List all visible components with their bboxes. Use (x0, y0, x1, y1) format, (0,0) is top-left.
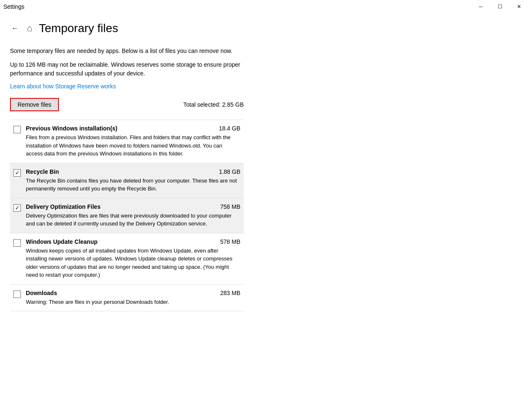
title-bar-title: Settings (3, 3, 25, 10)
page-title: Temporary files (39, 22, 118, 35)
file-item-3: Windows Update Cleanup578 MBWindows keep… (10, 233, 244, 284)
file-item-2: Delivery Optimization Files758 MBDeliver… (10, 198, 244, 233)
file-item-header-2: Delivery Optimization Files758 MB (26, 203, 240, 210)
file-item-header-4: Downloads283 MB (26, 290, 240, 296)
file-item-1: Recycle Bin1.88 GBThe Recycle Bin contai… (10, 163, 244, 198)
file-item-header-1: Recycle Bin1.88 GB (26, 168, 240, 175)
file-item-desc-4: Warning: These are files in your persona… (26, 298, 240, 306)
file-item-header-3: Windows Update Cleanup578 MB (26, 238, 240, 245)
file-item-desc-0: Files from a previous Windows installati… (26, 133, 240, 158)
file-item-name-3: Windows Update Cleanup (26, 238, 98, 245)
file-item-4: Downloads283 MBWarning: These are files … (10, 284, 244, 312)
file-item-content-2: Delivery Optimization Files758 MBDeliver… (26, 203, 240, 228)
file-item-name-0: Previous Windows installation(s) (26, 125, 117, 132)
checkbox-1[interactable] (13, 169, 21, 177)
file-item-content-1: Recycle Bin1.88 GBThe Recycle Bin contai… (26, 168, 240, 193)
checkbox-2[interactable] (13, 204, 21, 212)
maximize-button[interactable]: ☐ (490, 0, 509, 13)
title-bar-controls: ─ ☐ ✕ (471, 0, 529, 13)
action-row: Remove files Total selected: 2.85 GB (10, 98, 244, 111)
checkbox-4[interactable] (13, 290, 21, 298)
minimize-button[interactable]: ─ (471, 0, 490, 13)
file-item-content-3: Windows Update Cleanup578 MBWindows keep… (26, 238, 240, 279)
description-text-2: Up to 126 MB may not be reclaimable. Win… (10, 60, 244, 78)
file-item-header-0: Previous Windows installation(s)18.4 GB (26, 125, 240, 132)
storage-reserve-link[interactable]: Learn about how Storage Reserve works (10, 83, 116, 90)
file-item-size-3: 578 MB (220, 238, 240, 245)
page-header: ← ⌂ Temporary files (10, 22, 522, 35)
file-item-content-0: Previous Windows installation(s)18.4 GBF… (26, 125, 240, 158)
file-item-0: Previous Windows installation(s)18.4 GBF… (10, 120, 244, 163)
file-list: Previous Windows installation(s)18.4 GBF… (10, 120, 244, 311)
file-item-size-2: 758 MB (220, 203, 240, 210)
file-item-size-4: 283 MB (220, 290, 240, 296)
checkbox-3[interactable] (13, 239, 21, 247)
remove-files-button[interactable]: Remove files (10, 98, 59, 111)
title-bar-left: Settings (3, 3, 25, 10)
home-icon: ⌂ (27, 23, 32, 34)
file-item-size-0: 18.4 GB (219, 125, 240, 132)
file-item-content-4: Downloads283 MBWarning: These are files … (26, 290, 240, 306)
close-button[interactable]: ✕ (509, 0, 529, 13)
checkbox-0[interactable] (13, 126, 21, 133)
file-item-name-4: Downloads (26, 290, 57, 296)
file-item-desc-3: Windows keeps copies of all installed up… (26, 247, 240, 279)
total-selected-label: Total selected: 2.85 GB (183, 101, 244, 108)
file-item-name-1: Recycle Bin (26, 168, 59, 175)
back-button[interactable]: ← (10, 23, 20, 34)
content-area: ← ⌂ Temporary files Some temporary files… (0, 13, 532, 413)
file-item-desc-1: The Recycle Bin contains files you have … (26, 177, 240, 193)
file-item-name-2: Delivery Optimization Files (26, 203, 101, 210)
description-text-1: Some temporary files are needed by apps.… (10, 47, 244, 55)
file-item-desc-2: Delivery Optimization files are files th… (26, 212, 240, 228)
title-bar: Settings ─ ☐ ✕ (0, 0, 532, 13)
file-item-size-1: 1.88 GB (219, 168, 240, 175)
